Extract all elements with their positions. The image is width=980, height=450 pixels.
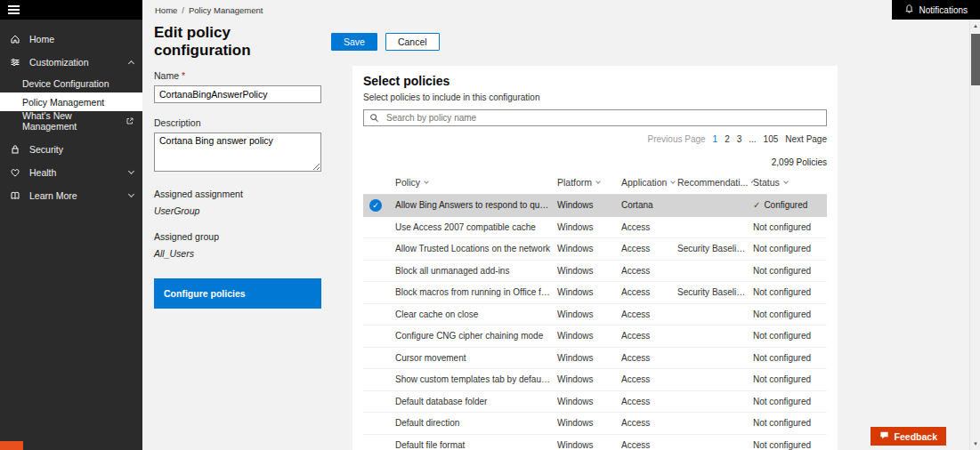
required-marker: * (182, 70, 185, 81)
cell-status: Not configured (753, 287, 827, 297)
column-label: Policy (395, 177, 420, 188)
cell-platform: Windows (557, 244, 621, 253)
sidebar-item-whats-new-management[interactable]: What's New Management (0, 111, 142, 130)
table-body: ✓Allow Bing Answers to respond to questi… (363, 195, 827, 450)
table-row[interactable]: Allow Trusted Locations on the networkWi… (363, 238, 827, 261)
save-button[interactable]: Save (331, 33, 377, 51)
cancel-button[interactable]: Cancel (385, 33, 440, 51)
page-title: Edit policy configuration (154, 24, 323, 60)
assigned-group-label: Assigned group (154, 231, 321, 242)
column-header-platform[interactable]: Platform (557, 177, 621, 188)
cell-policy: Clear cache on close (395, 309, 557, 319)
assigned-group-value: All_Users (154, 248, 321, 259)
sidebar-item-security[interactable]: Security (0, 138, 142, 161)
description-input[interactable]: Cortana Bing answer policy (154, 133, 321, 172)
row-select-cell[interactable]: ✓ (363, 199, 395, 212)
cell-policy: Default file format (395, 440, 557, 450)
sidebar-item-device-configuration[interactable]: Device Configuration (0, 74, 142, 92)
table-row[interactable]: Clear cache on closeWindowsAccessNot con… (363, 304, 827, 326)
page-number-button[interactable]: 1 (713, 134, 718, 144)
cell-status: Not configured (753, 353, 827, 363)
cell-status: Not configured (753, 309, 827, 319)
feedback-button[interactable]: Feedback (871, 427, 946, 446)
cell-platform: Windows (557, 374, 621, 384)
cell-policy: Block macros from running in Office file… (395, 287, 557, 297)
table-row[interactable]: Use Access 2007 compatible cacheWindowsA… (363, 217, 827, 239)
cell-status: Not configured (753, 266, 827, 276)
sidebar-item-label: Policy Management (22, 97, 104, 108)
policy-count: 2,099 Policies (363, 157, 827, 167)
page-number-button[interactable]: 105 (764, 134, 779, 144)
table-row[interactable]: Default directionWindowsAccessNot config… (363, 413, 827, 435)
cell-policy: Default direction (395, 418, 557, 428)
cell-application: Access (621, 353, 677, 363)
previous-page-button[interactable]: Previous Page (648, 134, 706, 144)
cell-status: Not configured (753, 440, 827, 450)
notifications-button[interactable]: Notifications (892, 0, 980, 20)
vertical-scrollbar[interactable]: ▲ ▼ (969, 20, 980, 450)
customization-icon (9, 57, 21, 68)
page-number-button[interactable]: 3 (737, 134, 742, 144)
selected-check-icon[interactable]: ✓ (369, 199, 382, 212)
cell-application: Access (621, 374, 677, 384)
table-row[interactable]: Default database folderWindowsAccessNot … (363, 391, 827, 414)
column-header-application[interactable]: Application (621, 177, 677, 188)
cell-policy: Configure CNG cipher chaining mode (395, 331, 557, 341)
cell-platform: Windows (557, 200, 621, 210)
sidebar-item-label: Learn More (29, 190, 77, 201)
chevron-up-icon (128, 60, 134, 67)
column-label: Application (621, 177, 667, 188)
policy-form: Name * Description Cortana Bing answer p… (154, 66, 321, 309)
cell-application: Access (621, 244, 677, 253)
select-policies-panel: Select policies Select policies to inclu… (352, 66, 838, 450)
cell-policy: Default database folder (395, 397, 557, 406)
cell-platform: Windows (557, 418, 621, 428)
cell-recommendation: Security Baseline (677, 244, 753, 253)
sidebar-item-customization[interactable]: Customization (0, 51, 142, 74)
cell-application: Access (621, 440, 677, 450)
scroll-down-arrow-icon[interactable]: ▼ (970, 441, 980, 446)
sidebar-item-learn-more[interactable]: Learn More (0, 184, 142, 207)
column-label: Recommendati... (677, 177, 748, 188)
cell-platform: Windows (557, 397, 621, 406)
sidebar-item-home[interactable]: Home (0, 28, 142, 51)
scroll-up-arrow-icon[interactable]: ▲ (970, 23, 980, 28)
hamburger-menu-icon[interactable] (8, 5, 20, 14)
next-page-button[interactable]: Next Page (785, 134, 827, 144)
corner-accent (0, 441, 23, 450)
policies-table: PolicyPlatformApplicationRecommendati...… (363, 177, 827, 450)
bell-icon (904, 4, 914, 16)
sort-chevron-icon (783, 179, 789, 184)
column-header-policy[interactable]: Policy (395, 177, 557, 188)
cell-policy: Use Access 2007 compatible cache (395, 222, 557, 232)
sidebar-item-health[interactable]: Health (0, 161, 142, 184)
cell-application: Access (621, 331, 677, 341)
name-input[interactable] (154, 85, 321, 103)
cell-recommendation: Security Baseline (677, 287, 753, 297)
sidebar-item-label: Health (29, 167, 56, 178)
cell-application: Access (621, 287, 677, 297)
page-number-button[interactable]: 2 (725, 134, 730, 144)
column-header-status[interactable]: Status (753, 177, 827, 188)
table-row[interactable]: Block macros from running in Office file… (363, 282, 827, 304)
policy-search[interactable] (363, 109, 827, 126)
cell-policy: Show custom templates tab by default in … (395, 374, 557, 384)
breadcrumb-separator: / (182, 5, 184, 15)
table-row[interactable]: Configure CNG cipher chaining modeWindow… (363, 325, 827, 348)
cell-platform: Windows (557, 222, 621, 232)
cell-platform: Windows (557, 440, 621, 450)
table-row[interactable]: Cursor movementWindowsAccessNot configur… (363, 348, 827, 370)
table-row[interactable]: Show custom templates tab by default in … (363, 369, 827, 391)
breadcrumb-home-link[interactable]: Home (155, 5, 177, 15)
policy-search-input[interactable] (385, 112, 821, 124)
home-icon (9, 34, 21, 44)
table-row[interactable]: ✓Allow Bing Answers to respond to questi… (363, 195, 827, 217)
table-row[interactable]: Block all unmanaged add-insWindowsAccess… (363, 261, 827, 283)
configure-policies-button[interactable]: Configure policies (154, 278, 321, 309)
sidebar-item-policy-management[interactable]: Policy Management (0, 92, 142, 111)
page-ellipsis: ... (749, 134, 756, 144)
status-check-icon: ✓ (753, 200, 760, 210)
table-row[interactable]: Default file formatWindowsAccessNot conf… (363, 435, 827, 450)
scrollbar-thumb[interactable] (971, 34, 980, 85)
column-header-recommendation[interactable]: Recommendati... (677, 177, 753, 188)
